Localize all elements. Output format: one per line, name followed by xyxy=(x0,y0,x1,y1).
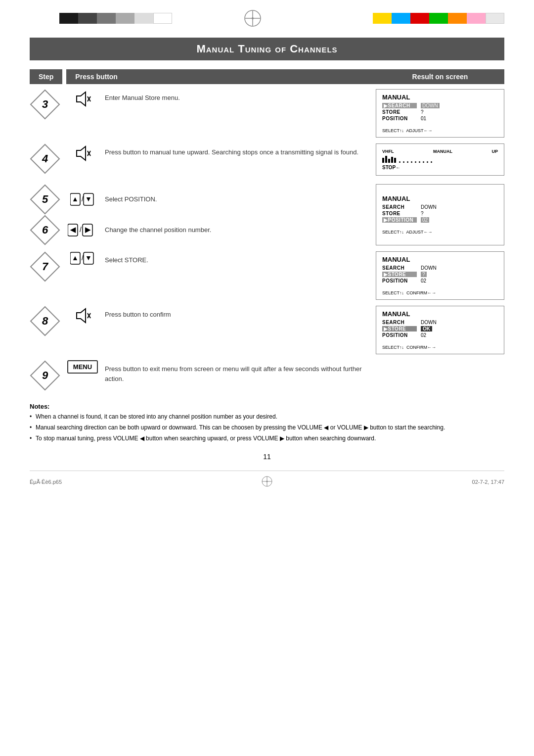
step-number: 6 xyxy=(42,224,48,236)
page-footer: ÊμÃ·Êè6.p65 02-7-2, 17:47 xyxy=(30,471,504,489)
result-title: MANUAL xyxy=(382,94,498,101)
table-row-5: 5 ▲ / ▼ Select POSITION. xyxy=(30,184,371,215)
step-4-description: Press button to manual tune upward. Sear… xyxy=(105,143,371,161)
updown-icon: ▲ / ▼ xyxy=(70,192,95,206)
step-9-button: MENU xyxy=(65,360,100,374)
footer-left: ÊμÃ·Êè6.p65 xyxy=(30,479,62,485)
step-7-diamond: 7 xyxy=(30,251,60,282)
step-7-description: Select STORE. xyxy=(105,251,371,269)
leftright-icon: ◀ / ▶ xyxy=(68,223,97,237)
result-footer-5-6: SELECT↑↓ ADJUST←→ xyxy=(382,230,498,235)
step-3-description: Enter Manual Store menu. xyxy=(105,89,371,107)
volume-down-icon xyxy=(73,89,92,109)
svg-text:/: / xyxy=(80,226,82,234)
color-block-green xyxy=(429,13,448,24)
result-row-store: STORE ? xyxy=(382,109,498,115)
result-row-search: ▶SEARCH DOWN xyxy=(382,103,498,108)
rows-5-6: 5 ▲ / ▼ Select POSITION. xyxy=(30,184,504,245)
menu-button[interactable]: MENU xyxy=(67,360,98,374)
result-row-position: ▶POSITION 02 xyxy=(382,217,498,223)
step-5-6-result: MANUAL SEARCH DOWN STORE ? ▶POSITION 02 … xyxy=(376,184,504,245)
result-row-position-7: POSITION 02 xyxy=(382,278,498,284)
color-block-gray xyxy=(97,13,116,24)
step-4-diamond: 4 xyxy=(30,143,60,174)
note-2: Manual searching direction can be both u… xyxy=(30,423,504,432)
svg-marker-31 xyxy=(77,309,86,323)
result-footer-8: SELECT↑↓ CONFIRM←→ xyxy=(382,345,498,350)
result-row-position-8: POSITION 02 xyxy=(382,332,498,338)
header-step: Step xyxy=(30,69,62,84)
color-block-black xyxy=(59,13,78,24)
step-number: 4 xyxy=(42,152,48,165)
stop-arrow: STOP← xyxy=(382,165,498,170)
footer-right: 02-7-2, 17:47 xyxy=(472,479,504,485)
footer-crosshair-icon xyxy=(261,475,273,488)
color-block-cyan xyxy=(392,13,410,24)
color-block-darkgray xyxy=(78,13,97,24)
page-title: Manual Tuning of Channels xyxy=(40,43,494,55)
step-5-button: ▲ / ▼ xyxy=(65,192,100,206)
step-3-result: MANUAL ▶SEARCH DOWN STORE ? POSITION 01 … xyxy=(376,89,504,138)
svg-text:▲: ▲ xyxy=(72,195,79,203)
color-block-silver xyxy=(486,13,504,24)
result-footer-3: SELECT↑↓ ADJUST←→ xyxy=(382,128,498,133)
result-title: MANUAL xyxy=(382,195,498,202)
left-color-strip xyxy=(59,13,172,24)
color-block-white xyxy=(153,13,172,24)
svg-text:▲: ▲ xyxy=(72,254,79,262)
step-number: 9 xyxy=(42,369,48,382)
volume-icon-8 xyxy=(73,306,92,326)
note-1: When a channel is found, it can be store… xyxy=(30,412,504,421)
updown-icon-2: ▲ / ▼ xyxy=(70,251,95,265)
step-number: 7 xyxy=(42,260,48,273)
top-color-bar xyxy=(0,0,534,33)
notes-section: Notes: When a channel is found, it can b… xyxy=(30,403,504,443)
svg-marker-5 xyxy=(77,92,86,106)
right-color-strip xyxy=(373,13,504,24)
result-row-search-7: SEARCH DOWN xyxy=(382,265,498,271)
result-row-store-8: ▶STORE OK xyxy=(382,326,498,331)
step-3-diamond: 3 xyxy=(30,89,60,120)
result-row-store-7: ▶STORE ? xyxy=(382,272,498,277)
color-block-lightgray xyxy=(116,13,134,24)
svg-text:▶: ▶ xyxy=(85,226,91,234)
result-footer-7: SELECT↑↓ CONFIRM←→ xyxy=(382,290,498,295)
result-row-store: STORE ? xyxy=(382,211,498,216)
result-title-7: MANUAL xyxy=(382,256,498,263)
notes-title: Notes: xyxy=(30,403,504,410)
table-row: 3 Enter Manual Store menu. MANUAL ▶SEARC… xyxy=(30,89,504,138)
step-7-result: MANUAL SEARCH DOWN ▶STORE ? POSITION 02 … xyxy=(376,251,504,300)
svg-text:◀: ◀ xyxy=(70,226,76,234)
result-row-position: POSITION 01 xyxy=(382,116,498,121)
table-row-7: 7 ▲ / ▼ Select STORE. MANUAL SEARCH DOWN… xyxy=(30,251,504,300)
signal-dots xyxy=(399,161,432,163)
step-4-result: VHFL MANUAL UP xyxy=(376,143,504,176)
step-number: 8 xyxy=(42,315,48,328)
table-row-8: 8 Press button to confirm MANUAL SEARCH … xyxy=(30,306,504,354)
step-5-diamond: 5 xyxy=(30,184,60,215)
svg-point-3 xyxy=(252,17,254,19)
table-header: Step Press button Result on screen xyxy=(30,69,504,84)
step-9-description: Press button to exit menu from screen or… xyxy=(105,360,376,387)
step-8-result: MANUAL SEARCH DOWN ▶STORE OK POSITION 02… xyxy=(376,306,504,354)
svg-text:▼: ▼ xyxy=(85,195,92,203)
header-press: Press button xyxy=(66,69,376,84)
table-row-9: 9 MENU Press button to exit menu from sc… xyxy=(30,360,504,395)
result-row-search: SEARCH DOWN xyxy=(382,204,498,210)
crosshair-icon xyxy=(243,9,262,28)
table-row-4: 4 Press button to manual tune upward. Se… xyxy=(30,143,504,178)
color-block-pink xyxy=(467,13,486,24)
signal-bar-row xyxy=(382,156,498,163)
step-8-diamond: 8 xyxy=(30,306,60,336)
step-7-button: ▲ / ▼ xyxy=(65,251,100,265)
step-8-button xyxy=(65,306,100,326)
step-4-button xyxy=(65,143,100,163)
header-result: Result on screen xyxy=(376,69,504,84)
notes-list: When a channel is found, it can be store… xyxy=(30,412,504,443)
step-number: 5 xyxy=(42,193,48,206)
rows-5-6-left: 5 ▲ / ▼ Select POSITION. xyxy=(30,184,371,245)
step-6-button: ◀ / ▶ xyxy=(65,223,100,237)
color-block-red xyxy=(410,13,429,24)
signal-labels: VHFL MANUAL UP xyxy=(382,149,498,154)
step-5-description: Select POSITION. xyxy=(105,190,371,208)
